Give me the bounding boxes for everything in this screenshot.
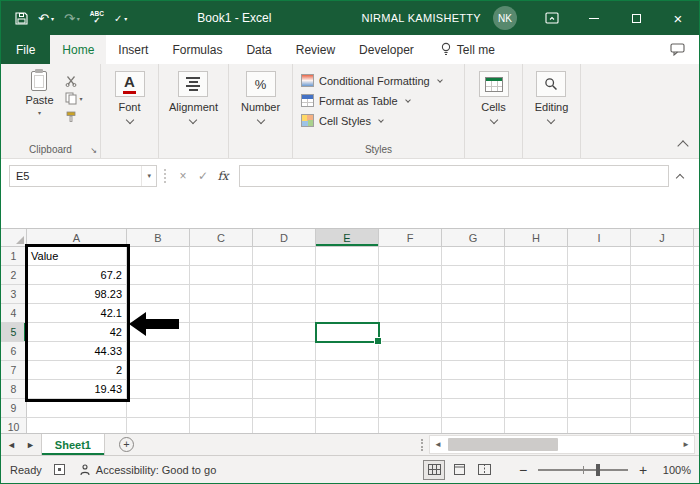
name-box-dropdown-icon[interactable]: ▾ bbox=[141, 166, 156, 186]
style-button-cell-styles[interactable]: Cell Styles bbox=[301, 111, 383, 130]
column-header-E[interactable]: E bbox=[316, 229, 379, 247]
cell-B9[interactable] bbox=[127, 399, 190, 418]
cell-C7[interactable] bbox=[190, 361, 253, 380]
copy-button[interactable]: ▾ bbox=[65, 91, 82, 106]
column-header-J[interactable]: J bbox=[631, 229, 694, 247]
select-all-button[interactable] bbox=[1, 229, 27, 247]
cell-D1[interactable] bbox=[253, 247, 316, 266]
cell-I10[interactable] bbox=[568, 418, 631, 433]
cell-I4[interactable] bbox=[568, 304, 631, 323]
cut-button[interactable] bbox=[65, 73, 82, 88]
cell-D3[interactable] bbox=[253, 285, 316, 304]
scroll-right-icon[interactable]: ► bbox=[678, 436, 694, 453]
cell-C8[interactable] bbox=[190, 380, 253, 399]
cell-I8[interactable] bbox=[568, 380, 631, 399]
cell-I5[interactable] bbox=[568, 323, 631, 342]
tab-file[interactable]: File bbox=[1, 35, 50, 64]
cell-G8[interactable] bbox=[442, 380, 505, 399]
cell-G1[interactable] bbox=[442, 247, 505, 266]
cell-G9[interactable] bbox=[442, 399, 505, 418]
tab-scroll-splitter[interactable] bbox=[421, 439, 423, 451]
cell-G10[interactable] bbox=[442, 418, 505, 433]
cell-J4[interactable] bbox=[631, 304, 694, 323]
row-header-4[interactable]: 4 bbox=[1, 304, 27, 323]
cell-G6[interactable] bbox=[442, 342, 505, 361]
paste-button[interactable]: Paste ▾ bbox=[18, 71, 60, 124]
cell-E4[interactable] bbox=[316, 304, 379, 323]
cell-E3[interactable] bbox=[316, 285, 379, 304]
spelling-button[interactable]: ABC✓ bbox=[86, 6, 108, 30]
cell-J3[interactable] bbox=[631, 285, 694, 304]
cell-C2[interactable] bbox=[190, 266, 253, 285]
redo-button[interactable]: ↷▾ bbox=[60, 6, 84, 30]
cell-D10[interactable] bbox=[253, 418, 316, 433]
accessibility-status[interactable]: Accessibility: Good to go bbox=[79, 464, 216, 476]
cell-I2[interactable] bbox=[568, 266, 631, 285]
cells-menu-button[interactable]: Cells bbox=[479, 71, 509, 123]
cell-A6[interactable]: 44.33 bbox=[27, 342, 127, 361]
cell-C1[interactable] bbox=[190, 247, 253, 266]
cell-F6[interactable] bbox=[379, 342, 442, 361]
cell-J10[interactable] bbox=[631, 418, 694, 433]
cell-A1[interactable]: Value bbox=[27, 247, 127, 266]
minimize-button[interactable] bbox=[573, 1, 615, 35]
maximize-button[interactable] bbox=[615, 1, 657, 35]
cell-C9[interactable] bbox=[190, 399, 253, 418]
row-header-7[interactable]: 7 bbox=[1, 361, 27, 380]
page-layout-view-button[interactable] bbox=[448, 460, 470, 480]
close-button[interactable]: × bbox=[657, 1, 699, 35]
cell-H9[interactable] bbox=[505, 399, 568, 418]
cell-E9[interactable] bbox=[316, 399, 379, 418]
cell-G7[interactable] bbox=[442, 361, 505, 380]
cell-E10[interactable] bbox=[316, 418, 379, 433]
row-header-1[interactable]: 1 bbox=[1, 247, 27, 266]
zoom-in-button[interactable]: + bbox=[637, 462, 649, 478]
insert-function-button[interactable]: fx bbox=[213, 165, 233, 187]
format-painter-button[interactable] bbox=[65, 109, 82, 124]
column-header-B[interactable]: B bbox=[127, 229, 190, 247]
cell-B1[interactable] bbox=[127, 247, 190, 266]
column-header-D[interactable]: D bbox=[253, 229, 316, 247]
cell-B5[interactable] bbox=[127, 323, 190, 342]
cell-I9[interactable] bbox=[568, 399, 631, 418]
scroll-track[interactable] bbox=[446, 436, 678, 453]
cell-H2[interactable] bbox=[505, 266, 568, 285]
cell-D5[interactable] bbox=[253, 323, 316, 342]
cell-F4[interactable] bbox=[379, 304, 442, 323]
alignment-menu-button[interactable]: Alignment bbox=[169, 71, 218, 123]
ribbon-display-options-button[interactable] bbox=[531, 1, 573, 35]
cell-E1[interactable] bbox=[316, 247, 379, 266]
cell-C4[interactable] bbox=[190, 304, 253, 323]
clipboard-dialog-launcher[interactable]: ↘ bbox=[90, 147, 97, 155]
cell-J6[interactable] bbox=[631, 342, 694, 361]
cell-F1[interactable] bbox=[379, 247, 442, 266]
cell-D7[interactable] bbox=[253, 361, 316, 380]
row-header-3[interactable]: 3 bbox=[1, 285, 27, 304]
cell-H8[interactable] bbox=[505, 380, 568, 399]
editing-menu-button[interactable]: Editing bbox=[535, 71, 569, 123]
name-box[interactable]: E5 ▾ bbox=[9, 165, 157, 187]
cell-B8[interactable] bbox=[127, 380, 190, 399]
row-header-2[interactable]: 2 bbox=[1, 266, 27, 285]
cell-A9[interactable] bbox=[27, 399, 127, 418]
normal-view-button[interactable] bbox=[423, 460, 445, 480]
cell-D9[interactable] bbox=[253, 399, 316, 418]
scroll-left-icon[interactable]: ◄ bbox=[430, 436, 446, 453]
cell-G4[interactable] bbox=[442, 304, 505, 323]
zoom-out-button[interactable]: − bbox=[517, 462, 529, 478]
cell-F8[interactable] bbox=[379, 380, 442, 399]
cell-E5[interactable] bbox=[316, 323, 379, 342]
cell-J5[interactable] bbox=[631, 323, 694, 342]
cell-B10[interactable] bbox=[127, 418, 190, 433]
column-header-I[interactable]: I bbox=[568, 229, 631, 247]
cell-H3[interactable] bbox=[505, 285, 568, 304]
tab-data[interactable]: Data bbox=[234, 35, 283, 64]
cell-J1[interactable] bbox=[631, 247, 694, 266]
cell-D8[interactable] bbox=[253, 380, 316, 399]
style-button-format-as-table[interactable]: Format as Table bbox=[301, 91, 410, 110]
sheet-nav-right-icon[interactable]: ► bbox=[26, 440, 35, 450]
cell-B6[interactable] bbox=[127, 342, 190, 361]
cell-D2[interactable] bbox=[253, 266, 316, 285]
cell-G2[interactable] bbox=[442, 266, 505, 285]
cell-C5[interactable] bbox=[190, 323, 253, 342]
